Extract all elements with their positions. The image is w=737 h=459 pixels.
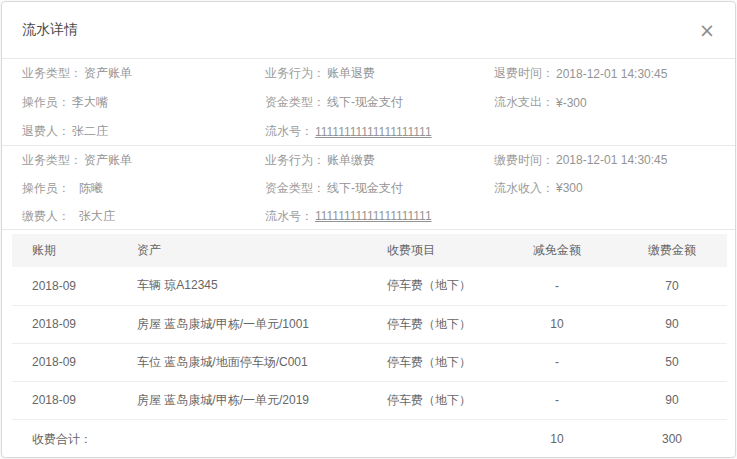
table-row: 2018-09 房屋 蓝岛康城/甲栋/一单元/2019 停车费（地下） - 90 [12,381,727,419]
field-refund-person: 退费人： 张二庄 [22,117,265,146]
field-business-type: 业务类型： 资产账单 [22,59,265,88]
column-header-charge-item: 收费项目 [367,234,497,267]
field-operator: 操作员： 李大嘴 [22,88,265,117]
total-payment: 300 [617,419,727,458]
cell-reduction: - [497,343,617,381]
refund-record-section: 业务类型： 资产账单 业务行为： 账单退费 退费时间： 2018-12-01 1… [2,59,735,146]
field-value: 2018-12-01 14:30:45 [556,153,667,167]
field-fund-type: 资金类型： 线下-现金支付 [265,88,494,117]
field-flow-expense: 流水支出： ¥-300 [494,88,715,117]
column-header-payment: 缴费金额 [617,234,727,267]
cell-payment: 90 [617,305,727,343]
cell-period: 2018-09 [12,267,117,305]
column-header-asset: 资产 [117,234,367,267]
field-label: 操作员： [22,180,77,197]
field-value: 账单退费 [327,65,375,82]
field-value: 张二庄 [72,123,108,140]
cell-asset: 房屋 蓝岛康城/甲栋/一单元/1001 [117,305,367,343]
field-label: 业务行为： [265,65,325,82]
table-row: 2018-09 房屋 蓝岛康城/甲栋/一单元/1001 停车费（地下） 10 9… [12,305,727,343]
field-label: 缴费人： [22,208,77,225]
field-serial-number: 流水号： 11111111111111111111 [265,117,494,146]
cell-charge-item: 停车费（地下） [367,305,497,343]
field-label: 业务类型： [22,65,82,82]
fee-table-footer: 收费合计： 10 300 [12,419,727,458]
field-value: 陈曦 [79,180,103,197]
table-row: 2018-09 车辆 琼A12345 停车费（地下） - 70 [12,267,727,305]
field-value: 账单缴费 [327,152,375,169]
field-refund-time: 退费时间： 2018-12-01 14:30:45 [494,59,715,88]
flow-detail-dialog: 流水详情 × 业务类型： 资产账单 业务行为： 账单退费 退费时间： 2018-… [1,1,736,458]
field-label: 缴费时间： [494,152,554,169]
field-operator: 操作员： 陈曦 [22,174,265,202]
column-header-period: 账期 [12,234,117,267]
field-label: 业务行为： [265,152,325,169]
field-label: 流水号： [265,208,313,225]
total-reduction: 10 [497,419,617,458]
cell-charge-item: 停车费（地下） [367,343,497,381]
field-payer: 缴费人： 张大庄 [22,202,265,230]
field-business-action: 业务行为： 账单缴费 [265,146,494,174]
field-value: 张大庄 [79,208,115,225]
cell-asset: 车位 蓝岛康城/地面停车场/C001 [117,343,367,381]
cell-period: 2018-09 [12,381,117,419]
field-value: 线下-现金支付 [327,180,403,197]
cell-reduction: - [497,267,617,305]
field-value: 2018-12-01 14:30:45 [556,67,667,81]
field-fund-type: 资金类型： 线下-现金支付 [265,174,494,202]
cell-reduction: - [497,381,617,419]
cell-charge-item: 停车费（地下） [367,267,497,305]
total-label: 收费合计： [12,419,497,458]
field-label: 流水支出： [494,94,554,111]
cell-payment: 70 [617,267,727,305]
field-value: ¥-300 [556,96,587,110]
cell-period: 2018-09 [12,343,117,381]
cell-payment: 50 [617,343,727,381]
field-value: 李大嘴 [72,94,108,111]
field-label: 资金类型： [265,180,325,197]
field-label: 退费时间： [494,65,554,82]
field-label: 操作员： [22,94,70,111]
cell-charge-item: 停车费（地下） [367,381,497,419]
dialog-title: 流水详情 [22,21,78,39]
field-payment-time: 缴费时间： 2018-12-01 14:30:45 [494,146,715,174]
dialog-header: 流水详情 × [2,2,735,59]
field-business-action: 业务行为： 账单退费 [265,59,494,88]
field-label: 退费人： [22,123,70,140]
field-label: 业务类型： [22,152,82,169]
field-label: 流水收入： [494,180,554,197]
serial-number-link[interactable]: 11111111111111111111 [315,209,432,223]
payment-record-section: 业务类型： 资产账单 业务行为： 账单缴费 缴费时间： 2018-12-01 1… [2,146,735,230]
close-icon[interactable]: × [699,21,715,40]
field-serial-number: 流水号： 11111111111111111111 [265,202,494,230]
cell-period: 2018-09 [12,305,117,343]
field-value: 资产账单 [84,152,132,169]
field-business-type: 业务类型： 资产账单 [22,146,265,174]
field-value: 资产账单 [84,65,132,82]
cell-asset: 房屋 蓝岛康城/甲栋/一单元/2019 [117,381,367,419]
field-value: 线下-现金支付 [327,94,403,111]
cell-asset: 车辆 琼A12345 [117,267,367,305]
cell-reduction: 10 [497,305,617,343]
cell-payment: 90 [617,381,727,419]
serial-number-link[interactable]: 11111111111111111111 [315,125,432,139]
field-value: ¥300 [556,181,583,195]
field-label: 流水号： [265,123,313,140]
fee-table: 账期 资产 收费项目 减免金额 缴费金额 2018-09 车辆 琼A12345 … [12,234,727,458]
fee-table-header: 账期 资产 收费项目 减免金额 缴费金额 [12,234,727,267]
table-row: 2018-09 车位 蓝岛康城/地面停车场/C001 停车费（地下） - 50 [12,343,727,381]
field-flow-income: 流水收入： ¥300 [494,174,715,202]
column-header-reduction: 减免金额 [497,234,617,267]
field-label: 资金类型： [265,94,325,111]
